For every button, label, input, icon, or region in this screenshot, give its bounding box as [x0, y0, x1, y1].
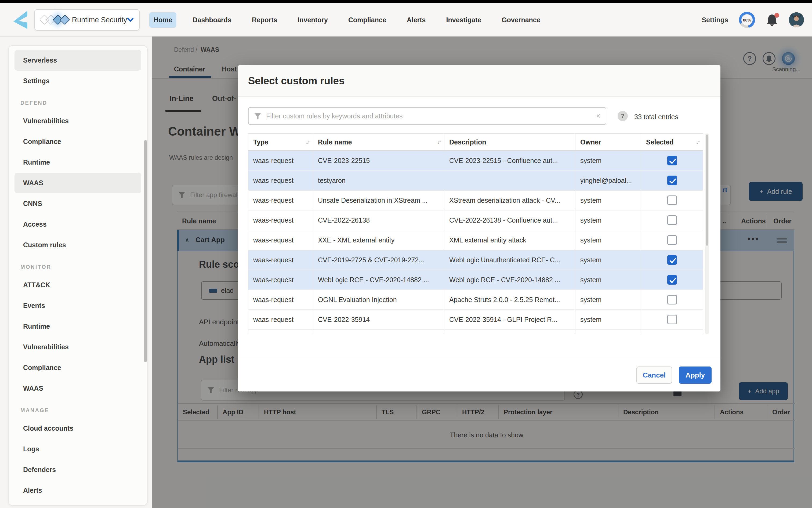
- total-entries-label: 33 total entries: [634, 113, 678, 121]
- sidebar-item-defenders[interactable]: Defenders: [9, 459, 147, 480]
- sidebar-item-runtime[interactable]: Runtime: [9, 152, 147, 173]
- sort-arrows-icon[interactable]: ↓↑: [306, 139, 309, 145]
- cell-selected: [641, 171, 703, 190]
- modal-col-selected[interactable]: Selected↓↑: [641, 134, 703, 151]
- cell-type: waas-request: [248, 171, 313, 190]
- checkbox-unchecked[interactable]: [667, 215, 677, 225]
- cell-description: [444, 330, 575, 334]
- column-label: Owner: [580, 138, 601, 146]
- sidebar-item-serverless[interactable]: Serverless: [14, 50, 141, 71]
- modal-col-type[interactable]: Type↓↑: [248, 134, 313, 151]
- cell-type: waas-request: [248, 190, 313, 210]
- notifications-bell-icon[interactable]: [766, 13, 778, 26]
- filter-funnel-icon: [254, 113, 261, 120]
- cell-description: WebLogic Unauthenticated RCE- C...: [444, 250, 575, 269]
- custom-rule-row[interactable]: waas-requestXXE - XML external entityXML…: [248, 230, 703, 250]
- cancel-button[interactable]: Cancel: [636, 367, 672, 384]
- cell-description: XStream deserialization attack - CV...: [444, 190, 575, 210]
- nav-item-reports[interactable]: Reports: [248, 12, 282, 28]
- cell-type: [248, 330, 313, 334]
- sort-arrows-icon[interactable]: ↓↑: [437, 139, 440, 145]
- nav-item-dashboards[interactable]: Dashboards: [188, 12, 236, 28]
- cell-selected: [641, 230, 703, 250]
- modal-title: Select custom rules: [248, 65, 344, 96]
- custom-rule-row[interactable]: waas-requestCVE-2023-22515CVE-2023-22515…: [248, 151, 703, 171]
- custom-rule-row[interactable]: waas-requestCVE-2022-35914CVE-2022-35914…: [248, 310, 703, 330]
- usage-gauge[interactable]: 80%: [739, 12, 755, 28]
- custom-rule-row[interactable]: waas-requestCVE-2022-26138CVE-2022-26138…: [248, 211, 703, 230]
- checkbox-unchecked[interactable]: [667, 235, 677, 245]
- checkbox-checked[interactable]: [667, 176, 677, 185]
- cell-owner: system: [575, 230, 641, 250]
- nav-item-inventory[interactable]: Inventory: [293, 12, 332, 28]
- sidebar-item-alerts[interactable]: Alerts: [9, 480, 147, 501]
- checkbox-checked[interactable]: [667, 275, 677, 285]
- sidebar-item-vulnerabilities[interactable]: Vulnerabilities: [9, 111, 147, 131]
- search-help-icon[interactable]: ?: [617, 111, 628, 121]
- custom-rule-row[interactable]: waas-requestCVE-2019-2725 & CVE-2019-272…: [248, 250, 703, 270]
- sidebar-scrollbar[interactable]: [144, 140, 147, 362]
- usage-percent: 80%: [741, 14, 753, 26]
- cell-type: waas-request: [248, 310, 313, 329]
- custom-rules-table-body: waas-requestCVE-2023-22515CVE-2023-22515…: [248, 151, 703, 334]
- nav-item-investigate[interactable]: Investigate: [442, 12, 486, 28]
- nav-item-governance[interactable]: Governance: [497, 12, 545, 28]
- checkbox-checked[interactable]: [667, 156, 677, 165]
- custom-rule-row[interactable]: waas-requestOGNL Evaluation InjectionApa…: [248, 290, 703, 310]
- cell-selected: [641, 211, 703, 230]
- sidebar-item-custom-rules[interactable]: Custom rules: [9, 235, 147, 255]
- clear-search-icon[interactable]: ×: [596, 112, 600, 120]
- custom-rules-search-input[interactable]: Filter custom rules by keywords and attr…: [248, 107, 606, 125]
- sidebar-item-compliance[interactable]: Compliance: [9, 357, 147, 378]
- modal-header: Select custom rules: [238, 65, 720, 97]
- settings-link[interactable]: Settings: [701, 16, 728, 24]
- cell-rule-name: XXE - XML external entity: [313, 230, 444, 250]
- nav-item-alerts[interactable]: Alerts: [402, 12, 430, 28]
- cell-selected: [641, 310, 703, 329]
- sidebar-item-cloud-accounts[interactable]: Cloud accounts: [9, 418, 147, 439]
- prisma-logo-icon[interactable]: [12, 10, 28, 30]
- custom-rule-row[interactable]: waas-requesttestyaronyinghel@paloal...: [248, 171, 703, 190]
- sidebar-item-waas[interactable]: WAAS: [9, 378, 147, 399]
- table-scrollbar[interactable]: [705, 133, 709, 334]
- nav-item-home[interactable]: Home: [149, 12, 176, 28]
- checkbox-unchecked[interactable]: [667, 295, 677, 304]
- sidebar-item-access[interactable]: Access: [9, 214, 147, 235]
- custom-rule-row[interactable]: waas-requestWebLogic RCE - CVE-2020-1488…: [248, 270, 703, 290]
- sort-arrows-icon[interactable]: ↓↑: [696, 139, 699, 145]
- cell-selected: [641, 190, 703, 210]
- custom-rule-row[interactable]: waas-requestUnsafe Deserialization in XS…: [248, 190, 703, 211]
- sidebar-item-logs[interactable]: Logs: [9, 439, 147, 459]
- sidebar-item-events[interactable]: Events: [9, 295, 147, 316]
- nav-item-compliance[interactable]: Compliance: [344, 12, 391, 28]
- cell-description: CVE-2023-22515 - Confluence aut...: [444, 151, 575, 170]
- cell-rule-name: OGNL Evaluation Injection: [313, 290, 444, 309]
- user-avatar[interactable]: [789, 12, 804, 28]
- sidebar-item-att-ck[interactable]: ATT&CK: [9, 275, 147, 295]
- search-placeholder: Filter custom rules by keywords and attr…: [266, 112, 403, 120]
- sidebar-item-compliance[interactable]: Compliance: [9, 131, 147, 152]
- checkbox-checked[interactable]: [667, 255, 677, 265]
- sidebar-item-vulnerabilities[interactable]: Vulnerabilities: [9, 337, 147, 357]
- checkbox-unchecked[interactable]: [667, 315, 677, 324]
- apply-button[interactable]: Apply: [679, 367, 712, 384]
- sidebar-item-runtime[interactable]: Runtime: [9, 316, 147, 337]
- sidebar-section-manage: MANAGE: [9, 399, 147, 418]
- cell-description: XML external entity attack: [444, 230, 575, 250]
- sidebar-item-cnns[interactable]: CNNS: [9, 193, 147, 214]
- cell-owner: system: [575, 270, 641, 289]
- sidebar-item-settings[interactable]: Settings: [9, 71, 147, 91]
- scrollbar-thumb[interactable]: [706, 134, 708, 246]
- product-selector[interactable]: Runtime Security: [34, 9, 140, 31]
- checkbox-unchecked[interactable]: [667, 196, 677, 205]
- modal-col-owner[interactable]: Owner: [575, 134, 641, 151]
- cell-selected: [641, 270, 703, 289]
- sidebar-item-waas[interactable]: WAAS: [14, 173, 141, 193]
- cell-selected: [641, 151, 703, 170]
- custom-rules-table: Type↓↑Rule name↓↑DescriptionOwnerSelecte…: [248, 133, 703, 334]
- chevron-down-icon: [127, 17, 134, 22]
- custom-rule-row-partial[interactable]: [248, 330, 703, 334]
- product-name: Runtime Security: [72, 16, 127, 24]
- modal-col-description[interactable]: Description: [444, 134, 575, 151]
- modal-col-rule-name[interactable]: Rule name↓↑: [313, 134, 444, 151]
